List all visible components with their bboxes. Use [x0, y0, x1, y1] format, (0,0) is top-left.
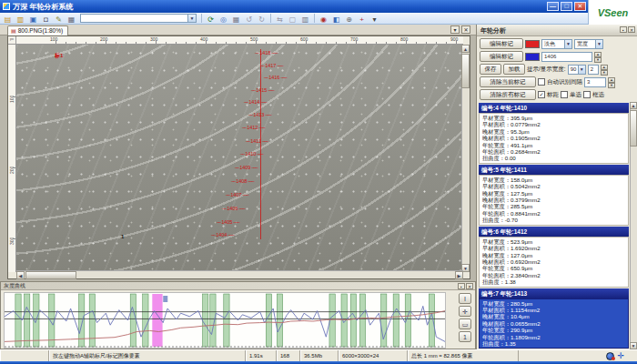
auto-detect-checkbox[interactable]	[538, 78, 545, 86]
move-tool-button[interactable]: ✛	[459, 306, 471, 317]
rotate-right-icon[interactable]: ↻	[256, 14, 268, 24]
ring-entry-header[interactable]: 编号:4 年轮:1410	[479, 103, 629, 113]
ring-entry[interactable]: 编号:5 年轮:1411早材宽度：158.0μm早材面积：0.5042mm2晚材…	[479, 165, 629, 226]
measurement-line: 早材宽度：523.9μm	[482, 238, 625, 245]
edit-mark-button[interactable]: 编辑标记	[480, 38, 523, 49]
camera-icon[interactable]: ◘	[40, 14, 52, 24]
settings-icon[interactable]: ⊕	[343, 14, 355, 24]
ring-band[interactable]	[277, 294, 282, 347]
interval-spinner[interactable]: ▲▼	[608, 77, 615, 87]
image-tab[interactable]: ▤ 800.PNG(1:80%)	[7, 25, 68, 35]
palette-icon[interactable]: ◧	[330, 14, 342, 24]
ring-entry-header[interactable]: 编号:6 年轮:1412	[479, 227, 629, 237]
globe-icon[interactable]	[606, 352, 614, 360]
ring-band[interactable]	[429, 294, 434, 347]
ring-band[interactable]	[143, 294, 148, 347]
window-menu-icon[interactable]: ▾	[450, 25, 460, 34]
close-image-icon[interactable]: ✕	[461, 25, 470, 34]
wood-sample-image[interactable]: 标1 1 14181417141614151414141314121411141…	[16, 45, 463, 272]
ring-entry[interactable]: 编号:7 年轮:1413早材宽度：280.5μm早材面积：1.1154mm2晚材…	[479, 288, 629, 349]
ring-entry-header[interactable]: 编号:5 年轮:1411	[479, 165, 629, 175]
ring-entry[interactable]: 编号:6 年轮:1412早材宽度：523.9μm早材面积：1.6920mm2晚材…	[479, 227, 629, 288]
anchor-icon[interactable]: ✛	[617, 352, 624, 360]
ring-entry-header[interactable]: 编号:7 年轮:1413	[479, 288, 629, 298]
horizontal-scrollbar[interactable]: ◀ ▶	[16, 270, 463, 278]
list-scroll-down-icon[interactable]: ▼	[630, 342, 637, 349]
combo-arrow-icon[interactable]: ▼	[187, 15, 196, 22]
scroll-left-icon[interactable]: ◀	[16, 271, 25, 279]
grid-icon[interactable]: ▦	[230, 14, 242, 24]
open-icon[interactable]: ▥	[15, 14, 26, 24]
edit-mark2-button[interactable]: 编辑标记	[480, 51, 523, 62]
width-select[interactable]: 宽度▼	[574, 39, 603, 49]
year-spinner[interactable]: ▲▼	[594, 52, 602, 62]
layout-icon[interactable]: ▥	[299, 14, 311, 24]
distance-checkbox[interactable]: ✓	[538, 91, 545, 98]
horizontal-scroll-thumb[interactable]	[25, 271, 76, 279]
box-select-checkbox[interactable]	[583, 91, 591, 98]
roi-label: 标1	[55, 52, 63, 60]
close-chart-icon[interactable]: ✕	[466, 283, 473, 289]
search-icon[interactable]: ◎	[217, 14, 229, 24]
list-scrollbar[interactable]: ▲ ▼	[630, 102, 637, 349]
ruler-label: 600	[300, 36, 308, 42]
vertical-scrollbar[interactable]: ▲ ▼	[461, 45, 470, 272]
step-spinner[interactable]: ▲▼	[601, 65, 608, 75]
ring-band[interactable]	[350, 294, 356, 347]
more-icon[interactable]: ▾	[369, 14, 380, 24]
shade-select[interactable]: 淡色▼	[541, 39, 572, 49]
add-icon[interactable]: +	[356, 14, 368, 24]
ring-measurements-list[interactable]: 编号:4 年轮:1410早材宽度：395.9μm早材面积：0.0779mm2晚材…	[477, 102, 631, 349]
list-scroll-up-icon[interactable]: ▲	[630, 102, 637, 109]
single-select-checkbox[interactable]	[561, 91, 568, 98]
title-bar[interactable]: 万深 年轮分析系统 —□✕	[0, 0, 637, 13]
rotate-left-icon[interactable]: ↺	[243, 14, 255, 24]
save-button[interactable]: 保存	[480, 64, 501, 75]
status-cell: 36.5Mb	[300, 350, 339, 361]
edit-icon[interactable]: ✎	[53, 14, 65, 24]
toolbar-combo[interactable]: ▼	[80, 14, 197, 23]
list-scroll-thumb[interactable]	[630, 110, 637, 147]
ring-band[interactable]	[15, 294, 21, 347]
ring-entry[interactable]: 编号:4 年轮:1410早材宽度：395.9μm早材面积：0.0779mm2晚材…	[479, 103, 629, 164]
ring-band[interactable]	[393, 294, 399, 347]
step-value[interactable]: 2	[588, 65, 599, 75]
step-tool-button[interactable]: 1	[459, 331, 471, 342]
mark-color-swatch[interactable]	[525, 40, 540, 48]
new-icon[interactable]: ▤	[2, 14, 14, 24]
clear-all-marks-button[interactable]: 清除所有标记	[480, 89, 536, 100]
pointer-tool-button[interactable]: I	[459, 293, 471, 304]
ring-band[interactable]	[266, 294, 271, 347]
measurement-line: 年轮宽度：650.9μm	[482, 265, 625, 271]
ruler-label: 100	[50, 36, 57, 42]
swap-icon[interactable]: ⇆	[274, 14, 286, 24]
box-tool-button[interactable]: ▭	[459, 318, 471, 329]
ring-band[interactable]	[359, 294, 365, 347]
target-icon[interactable]: ◉	[318, 14, 329, 24]
ring-band[interactable]	[224, 294, 229, 347]
pin-icon[interactable]: ▪	[620, 26, 627, 33]
ring-band[interactable]	[130, 294, 136, 347]
scroll-up-icon[interactable]: ▲	[461, 45, 470, 53]
measurement-line: 早材面积：0.5042mm2	[482, 183, 625, 189]
minimize-button[interactable]: —	[547, 2, 559, 11]
line-color-swatch[interactable]	[525, 53, 540, 61]
interval-input[interactable]: 3	[584, 77, 606, 87]
ring-profile-chart[interactable]	[4, 292, 446, 349]
ring-band[interactable]	[25, 294, 30, 347]
capture-icon[interactable]: ▦	[66, 14, 77, 24]
scroll-right-icon[interactable]: ▶	[455, 271, 463, 279]
display-width-select[interactable]: 90▼	[568, 65, 586, 75]
ring-band[interactable]	[203, 294, 208, 347]
close-panel-icon[interactable]: ✕	[628, 26, 635, 33]
vertical-scroll-thumb[interactable]	[461, 54, 470, 88]
refresh-icon[interactable]: ⟳	[205, 14, 217, 24]
start-year-input[interactable]: 1406	[541, 52, 592, 62]
clear-current-mark-button[interactable]: 清除当前标记	[480, 76, 536, 87]
save-icon[interactable]: ▣	[27, 14, 39, 24]
close-button[interactable]: ✕	[574, 2, 586, 11]
load-button[interactable]: 加载	[503, 64, 525, 75]
pin-icon[interactable]: ▪	[458, 283, 465, 289]
maximize-button[interactable]: □	[561, 2, 572, 11]
window-icon[interactable]: ▢	[287, 14, 298, 24]
